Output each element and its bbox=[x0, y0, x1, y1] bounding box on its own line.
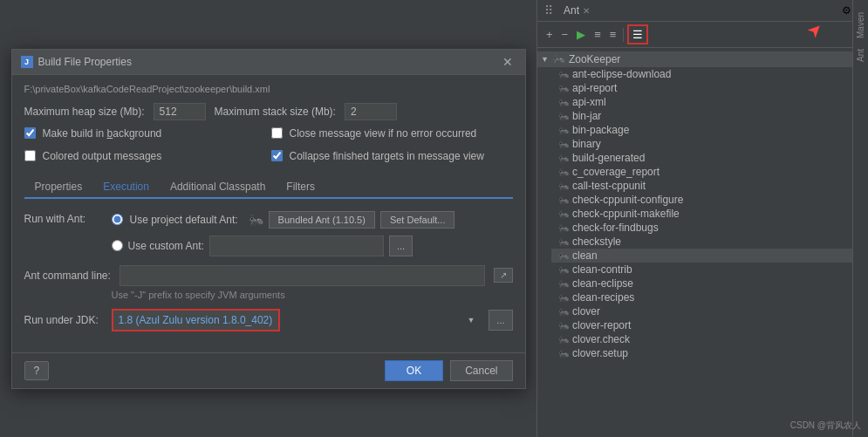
ant-target-icon: 🐜 bbox=[558, 279, 569, 289]
make-build-checkbox[interactable] bbox=[24, 127, 36, 139]
list-item[interactable]: 🐜 bin-jar bbox=[551, 109, 868, 123]
dialog-titlebar: J Build File Properties ✕ bbox=[12, 50, 525, 75]
tree-item-label: api-xml bbox=[572, 96, 606, 108]
toolbar-separator bbox=[623, 28, 624, 42]
list-item[interactable]: 🐜 api-xml bbox=[551, 95, 868, 109]
heap-stack-row: Maximum heap size (Mb): Maximum stack si… bbox=[24, 103, 513, 120]
list-item[interactable]: 🐜 clover.setup bbox=[551, 346, 868, 360]
list-item[interactable]: 🐜 check-cppunit-makefile bbox=[551, 207, 868, 221]
tree-item-label: build-generated bbox=[572, 152, 645, 164]
ant-header: ⠿ Ant ✕ ⚙ − bbox=[537, 0, 868, 22]
ok-button[interactable]: OK bbox=[385, 360, 443, 381]
drag-handle-icon[interactable]: ⠿ bbox=[544, 3, 553, 17]
jdk-row: Run under JDK: 1.8 (Azul Zulu version 1.… bbox=[24, 309, 513, 331]
ant-target-icon: 🐜 bbox=[558, 293, 569, 303]
cancel-button[interactable]: Cancel bbox=[450, 360, 512, 381]
filter-button[interactable]: ≡ bbox=[591, 26, 605, 43]
footer-buttons: OK Cancel bbox=[385, 360, 513, 381]
jdk-browse-button[interactable]: ... bbox=[489, 310, 512, 331]
list-item[interactable]: 🐜 build-generated bbox=[551, 151, 868, 165]
tab-execution[interactable]: Execution bbox=[92, 176, 160, 199]
list-item[interactable]: 🐜 check-for-findbugs bbox=[551, 221, 868, 235]
list-item-clean[interactable]: 🐜 clean bbox=[551, 249, 868, 263]
custom-ant-radio[interactable] bbox=[112, 240, 123, 251]
ant-title-row: ⠿ Ant ✕ bbox=[544, 3, 590, 17]
list-item[interactable]: 🐜 c_coverage_report bbox=[551, 165, 868, 179]
list-item[interactable]: 🐜 clean-recipes bbox=[551, 290, 868, 304]
ant-target-icon: 🐜 bbox=[558, 167, 569, 177]
add-button[interactable]: + bbox=[543, 26, 557, 43]
sort-button[interactable]: ≡ bbox=[606, 26, 620, 43]
custom-ant-input[interactable] bbox=[209, 236, 384, 256]
expand-button[interactable]: ↗ bbox=[494, 268, 513, 283]
list-item[interactable]: 🐜 clover bbox=[551, 304, 868, 318]
stack-input[interactable] bbox=[345, 103, 397, 120]
checkbox-group: Make build in background Close message v… bbox=[24, 127, 513, 167]
make-build-label: Make build in background bbox=[43, 127, 162, 140]
bundled-ant-button[interactable]: Bundled Ant (1.10.5) bbox=[269, 211, 375, 229]
tree-root-item[interactable]: ▼ 🐜 ZooKeeper bbox=[537, 51, 868, 67]
list-item[interactable]: 🐜 call-test-cppunit bbox=[551, 179, 868, 193]
collapse-finished-checkbox[interactable] bbox=[271, 150, 283, 161]
list-item[interactable]: 🐜 bin-package bbox=[551, 123, 868, 137]
maven-side-tab[interactable]: Maven bbox=[856, 7, 865, 44]
list-item[interactable]: 🐜 ant-eclipse-download bbox=[551, 67, 868, 81]
ant-side-tab[interactable]: Ant bbox=[856, 44, 865, 67]
tree-item-label: clean bbox=[572, 249, 598, 262]
close-message-label: Close message view if no error occurred bbox=[290, 127, 477, 140]
remove-button[interactable]: − bbox=[558, 26, 572, 43]
default-ant-radio-row: Use project default Ant: 🐜 Bundled Ant (… bbox=[112, 211, 455, 229]
dialog-body: F:\privateBox\kafkaCodeReadProject\zooke… bbox=[12, 75, 525, 352]
tab-additional-classpath[interactable]: Additional Classpath bbox=[160, 176, 276, 199]
list-item[interactable]: 🐜 binary bbox=[551, 137, 868, 151]
ant-target-icon: 🐜 bbox=[558, 112, 569, 121]
colored-output-checkbox-row: Colored output messages bbox=[24, 150, 266, 162]
close-button[interactable]: ✕ bbox=[499, 55, 516, 69]
list-item[interactable]: 🐜 clean-eclipse bbox=[551, 277, 868, 290]
list-item[interactable]: 🐜 clover.check bbox=[551, 332, 868, 346]
tree-item-label: call-test-cppunit bbox=[572, 180, 646, 192]
ant-tab-close[interactable]: ✕ bbox=[583, 6, 590, 16]
heap-input[interactable] bbox=[154, 103, 206, 120]
left-panel: J Build File Properties ✕ F:\privateBox\… bbox=[0, 0, 537, 437]
tree-item-label: check-cppunit-makefile bbox=[572, 208, 680, 220]
jvm-hint: Use "-J" prefix to specify JVM arguments bbox=[112, 290, 513, 300]
ant-target-icon: 🐜 bbox=[558, 70, 569, 79]
ant-target-icon: 🐜 bbox=[558, 98, 569, 107]
colored-output-checkbox[interactable] bbox=[24, 150, 36, 161]
custom-ant-browse-button[interactable]: ... bbox=[389, 236, 413, 256]
list-item[interactable]: 🐜 clover-report bbox=[551, 318, 868, 332]
close-message-checkbox-row: Close message view if no error occurred bbox=[271, 127, 513, 140]
tree-item-label: clean-eclipse bbox=[572, 277, 633, 290]
ant-target-icon: 🐜 bbox=[558, 195, 569, 205]
ant-target-icon: 🐜 bbox=[558, 349, 569, 358]
default-ant-radio[interactable] bbox=[112, 214, 123, 225]
settings-icon[interactable]: ⚙ bbox=[842, 4, 851, 17]
jdk-select[interactable]: 1.8 (Azul Zulu version 1.8.0_402) bbox=[112, 309, 280, 331]
ant-target-icon: 🐜 bbox=[558, 307, 569, 317]
tab-filters[interactable]: Filters bbox=[276, 176, 325, 199]
tab-properties[interactable]: Properties bbox=[24, 176, 93, 199]
ant-target-icon: 🐜 bbox=[558, 126, 569, 135]
close-message-checkbox[interactable] bbox=[271, 127, 283, 139]
run-button[interactable]: ▶ bbox=[573, 26, 589, 43]
command-line-input[interactable] bbox=[120, 265, 485, 286]
collapse-finished-label: Collapse finished targets in message vie… bbox=[290, 150, 484, 162]
list-item[interactable]: 🐜 check-cppunit-configure bbox=[551, 193, 868, 207]
ant-tab-label: Ant bbox=[564, 4, 579, 17]
ant-tab[interactable]: Ant ✕ bbox=[564, 4, 590, 17]
highlighted-button[interactable]: ☰ bbox=[627, 24, 648, 44]
list-item[interactable]: 🐜 checkstyle bbox=[551, 235, 868, 249]
tree-item-label: binary bbox=[572, 138, 601, 150]
tab-bar: Properties Execution Additional Classpat… bbox=[24, 176, 513, 199]
collapse-finished-checkbox-row: Collapse finished targets in message vie… bbox=[271, 150, 513, 162]
help-button[interactable]: ? bbox=[24, 361, 50, 380]
custom-ant-radio-row: Use custom Ant: ... bbox=[112, 236, 455, 256]
set-default-button[interactable]: Set Default... bbox=[380, 211, 455, 229]
jdk-label: Run under JDK: bbox=[24, 314, 103, 326]
heap-label: Maximum heap size (Mb): bbox=[24, 106, 145, 118]
side-tabs-panel: Maven Ant bbox=[852, 0, 868, 437]
list-item[interactable]: 🐜 clean-contrib bbox=[551, 263, 868, 277]
ant-target-icon: 🐜 bbox=[558, 209, 569, 219]
list-item[interactable]: 🐜 api-report bbox=[551, 81, 868, 95]
